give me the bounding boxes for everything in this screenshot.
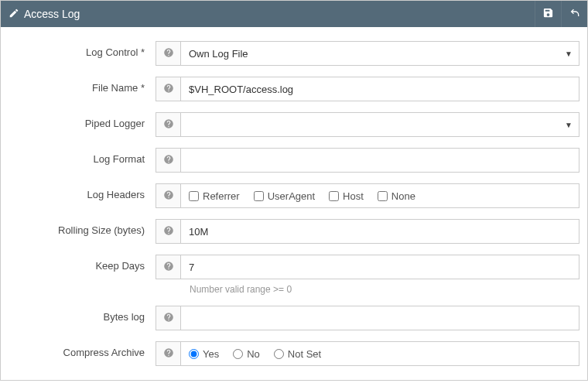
- access-log-panel: Access Log Log Control *: [0, 0, 588, 381]
- file-name-input[interactable]: [181, 77, 579, 101]
- help-button[interactable]: [156, 183, 180, 208]
- radio-label: Not Set: [288, 348, 321, 360]
- checkbox-label: None: [391, 190, 415, 202]
- row-compress-archive: Compress Archive Yes No Not Set: [1, 341, 579, 366]
- edit-icon: [9, 8, 19, 21]
- radio-notset[interactable]: Not Set: [274, 348, 321, 360]
- log-headers-checkbox-group: Referrer UserAgent Host None: [181, 184, 423, 207]
- checkbox-label: Referrer: [203, 190, 240, 202]
- radio-label: No: [247, 348, 260, 360]
- panel-body: Log Control * Own Log File ▼ File Name *: [1, 27, 587, 380]
- checkbox-host-input[interactable]: [329, 191, 339, 201]
- row-keep-days: Keep Days: [1, 255, 579, 279]
- panel-title: Access Log: [24, 8, 80, 20]
- bytes-log-input-wrap: [180, 306, 579, 330]
- required-mark: *: [141, 82, 145, 94]
- label-text: Log Control: [86, 46, 138, 58]
- row-bytes-log: Bytes log: [1, 306, 579, 330]
- label-keep-days: Keep Days: [1, 255, 156, 272]
- radio-no[interactable]: No: [233, 348, 260, 360]
- file-name-input-wrap: [180, 77, 579, 101]
- compress-archive-group-wrap: Yes No Not Set: [180, 341, 579, 366]
- label-bytes-log: Bytes log: [1, 306, 156, 323]
- log-control-select-wrap: Own Log File ▼: [180, 41, 579, 66]
- panel-actions: [535, 1, 587, 27]
- label-piped-logger: Piped Logger: [1, 112, 156, 129]
- radio-label: Yes: [203, 348, 219, 360]
- label-log-headers: Log Headers: [1, 183, 156, 200]
- checkbox-label: Host: [343, 190, 364, 202]
- row-file-name: File Name *: [1, 77, 579, 101]
- rolling-size-input-wrap: [180, 219, 579, 244]
- checkbox-host[interactable]: Host: [329, 190, 364, 202]
- label-text: File Name: [92, 82, 138, 94]
- radio-no-input[interactable]: [233, 349, 243, 359]
- help-button[interactable]: [156, 341, 180, 366]
- log-control-select[interactable]: Own Log File: [181, 42, 579, 65]
- help-button[interactable]: [156, 255, 180, 279]
- help-icon: [163, 118, 174, 132]
- keep-days-input-wrap: [180, 255, 579, 279]
- panel-header: Access Log: [1, 1, 587, 27]
- checkbox-none[interactable]: None: [378, 190, 415, 202]
- log-headers-group-wrap: Referrer UserAgent Host None: [180, 183, 579, 208]
- help-button[interactable]: [156, 77, 180, 101]
- piped-logger-select[interactable]: [181, 113, 579, 136]
- undo-icon: [569, 7, 581, 22]
- checkbox-label: UserAgent: [268, 190, 315, 202]
- row-piped-logger: Piped Logger ▼: [1, 112, 579, 137]
- log-format-input[interactable]: [181, 149, 579, 172]
- panel-title-wrap: Access Log: [9, 8, 535, 21]
- label-rolling-size: Rolling Size (bytes): [1, 219, 156, 236]
- log-format-input-wrap: [180, 148, 579, 173]
- help-button[interactable]: [156, 112, 180, 137]
- help-icon: [163, 190, 174, 203]
- keep-days-hint: Number valid range >= 0: [1, 284, 579, 295]
- required-mark: *: [141, 46, 145, 58]
- checkbox-referrer[interactable]: Referrer: [189, 190, 240, 202]
- radio-notset-input[interactable]: [274, 349, 284, 359]
- checkbox-referrer-input[interactable]: [189, 191, 199, 201]
- back-button[interactable]: [561, 1, 587, 27]
- row-log-format: Log Format: [1, 148, 579, 173]
- checkbox-useragent-input[interactable]: [254, 191, 264, 201]
- row-log-headers: Log Headers Referrer UserAgent Host None: [1, 183, 579, 208]
- save-icon: [542, 7, 554, 21]
- label-compress-archive: Compress Archive: [1, 341, 156, 358]
- help-icon: [163, 47, 174, 60]
- radio-yes-input[interactable]: [189, 349, 199, 359]
- keep-days-input[interactable]: [181, 255, 579, 279]
- rolling-size-input[interactable]: [181, 220, 579, 243]
- help-button[interactable]: [156, 219, 180, 244]
- row-rolling-size: Rolling Size (bytes): [1, 219, 579, 244]
- label-log-control: Log Control *: [1, 41, 156, 58]
- help-icon: [163, 261, 174, 274]
- help-icon: [163, 154, 174, 167]
- help-button[interactable]: [156, 41, 180, 66]
- help-button[interactable]: [156, 148, 180, 173]
- help-icon: [163, 225, 174, 238]
- radio-yes[interactable]: Yes: [189, 348, 219, 360]
- help-icon: [163, 83, 174, 96]
- bytes-log-input[interactable]: [181, 306, 579, 330]
- row-log-control: Log Control * Own Log File ▼: [1, 41, 579, 66]
- checkbox-useragent[interactable]: UserAgent: [254, 190, 315, 202]
- checkbox-none-input[interactable]: [378, 191, 388, 201]
- help-icon: [163, 347, 174, 361]
- help-icon: [163, 312, 174, 325]
- piped-logger-select-wrap: ▼: [180, 112, 579, 137]
- save-button[interactable]: [535, 1, 561, 27]
- label-log-format: Log Format: [1, 148, 156, 165]
- help-button[interactable]: [156, 306, 180, 330]
- compress-archive-radio-group: Yes No Not Set: [181, 342, 329, 365]
- label-file-name: File Name *: [1, 77, 156, 94]
